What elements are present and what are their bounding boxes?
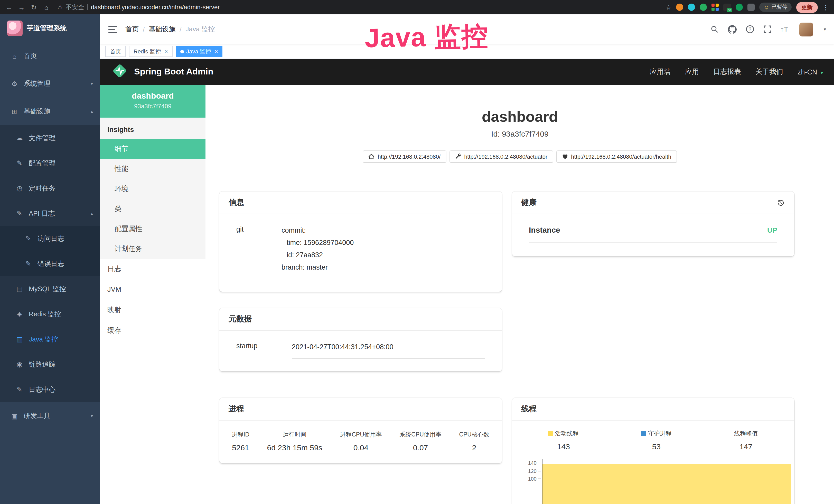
table-icon: ▤ [16, 285, 24, 293]
sba-logo-icon [111, 63, 128, 81]
breadcrumb-section[interactable]: 基础设施 [149, 25, 175, 34]
health-card: 健康 Instance UP [512, 191, 794, 256]
reload-icon[interactable]: ↻ [30, 3, 38, 11]
sidebar-item-mysql-monitor[interactable]: ▤ MySQL 监控 [0, 276, 100, 301]
status-badge: UP [767, 226, 777, 234]
nav-about[interactable]: 关于我们 [755, 67, 783, 76]
header-actions: ? TT ▾ [711, 22, 826, 36]
menu-item-jvm[interactable]: JVM [100, 279, 205, 300]
cloud-upload-icon: ☁ [16, 134, 24, 142]
instance-links: http://192.168.0.2:48080/ http://192.168… [205, 151, 834, 163]
app-logo [7, 21, 23, 36]
extensions-puzzle-icon[interactable] [748, 4, 755, 11]
sidebar-item-error-logs[interactable]: ✎ 错误日志 [0, 251, 100, 276]
home-icon [368, 154, 374, 160]
instance-link-root[interactable]: http://192.168.0.2:48080/ [363, 151, 446, 163]
stat-uptime: 运行时间 6d 23h 15m 59s [267, 431, 322, 452]
sidebar-item-log-center[interactable]: ✎ 日志中心 [0, 377, 100, 402]
history-icon[interactable] [777, 199, 785, 207]
home-icon[interactable]: ⌂ [42, 3, 50, 11]
menu-item-scheduled-tasks[interactable]: 计划任务 [100, 239, 205, 259]
caret-down-icon[interactable]: ▾ [824, 27, 826, 32]
sidebar-item-api-logs[interactable]: ✎ API 日志 ▴ [0, 201, 100, 226]
sidebar-item-system-management[interactable]: ⚙ 系统管理 ▾ [0, 70, 100, 97]
fullscreen-icon[interactable] [764, 25, 772, 33]
breadcrumb-home[interactable]: 首页 [125, 25, 139, 34]
bookmark-star-icon[interactable]: ☆ [665, 3, 672, 11]
active-dot [180, 49, 184, 53]
close-icon[interactable]: × [164, 48, 168, 54]
sidebar-item-file-management[interactable]: ☁ 文件管理 [0, 125, 100, 151]
sidebar-item-infrastructure[interactable]: ⊞ 基础设施 ▴ [0, 97, 100, 125]
hamburger-icon[interactable] [108, 25, 117, 33]
font-size-icon[interactable]: TT [781, 25, 790, 33]
instance-label: Instance [529, 225, 560, 234]
extension-icon[interactable] [700, 4, 707, 11]
instance-link-actuator[interactable]: http://192.168.0.2:48080/actuator [449, 151, 553, 163]
process-card: 进程 进程ID 5261 运行时间 [219, 398, 502, 463]
extension-icon[interactable] [688, 4, 695, 11]
tab-home[interactable]: 首页 [105, 46, 126, 57]
insights-group: Insights 细节 性能 环境 类 配置属性 计划任务 [100, 118, 205, 259]
smiley-icon: ☺ [764, 4, 769, 10]
insights-label: Insights [100, 118, 205, 139]
instance-header[interactable]: dashboard 93a3fc7f7409 [100, 85, 205, 118]
search-icon[interactable] [711, 25, 719, 33]
edit-icon: ✎ [16, 159, 24, 167]
menu-item-config-props[interactable]: 配置属性 [100, 219, 205, 239]
edit-icon: ✎ [24, 235, 32, 243]
paused-label: 已暂停 [771, 4, 788, 11]
close-icon[interactable]: × [215, 48, 218, 54]
tab-redis-monitor[interactable]: Redis 监控 × [129, 46, 172, 57]
menu-item-details[interactable]: 细节 [100, 139, 205, 159]
github-icon[interactable] [728, 25, 737, 33]
security-warning-icon: ⚠ [58, 4, 63, 10]
address-bar[interactable]: ⚠ 不安全 dashboard.yudao.iocoder.cn/infra/a… [58, 3, 220, 12]
extension-grid-icon[interactable] [712, 4, 719, 11]
tree-icon: ⊞ [10, 108, 19, 115]
instance-link-health[interactable]: http://192.168.0.2:48080/actuator/health [556, 151, 677, 163]
menu-item-environment[interactable]: 环境 [100, 179, 205, 199]
breadcrumb-current: Java 监控 [186, 25, 215, 34]
tab-java-monitor[interactable]: Java 监控 × [175, 46, 222, 57]
menu-item-logs[interactable]: 日志 [100, 259, 205, 279]
database-icon: ◈ [16, 310, 24, 318]
sidebar-item-scheduled-tasks[interactable]: ◷ 定时任务 [0, 176, 100, 201]
sidebar-item-trace[interactable]: ◉ 链路追踪 [0, 352, 100, 377]
sba-navbar: Spring Boot Admin 应用墙 应用 日志报表 关于我们 zh-CN… [100, 59, 834, 85]
menu-item-caches[interactable]: 缓存 [100, 320, 205, 341]
info-card: 信息 git commit: time: 1596289704000 [219, 191, 502, 292]
sidebar-item-config-management[interactable]: ✎ 配置管理 [0, 151, 100, 176]
sidebar-item-java-monitor[interactable]: ▥ Java 监控 [0, 327, 100, 352]
browser-menu-icon[interactable]: ⋮ [822, 3, 829, 11]
extension-icon[interactable] [676, 4, 683, 11]
process-stats: 进程ID 5261 运行时间 6d 23h 15m 59s [219, 420, 502, 463]
avatar[interactable] [799, 22, 813, 36]
heart-icon [562, 154, 568, 160]
sidebar-item-access-logs[interactable]: ✎ 访问日志 [0, 226, 100, 251]
locale-select[interactable]: zh-CN ▾ [797, 68, 823, 76]
nav-applications[interactable]: 应用 [685, 67, 699, 76]
sidebar-item-dev-tools[interactable]: ▣ 研发工具 ▾ [0, 402, 100, 430]
edit-icon: ✎ [16, 209, 24, 217]
extension-on-icon[interactable]: on [724, 3, 731, 11]
sidebar-item-redis-monitor[interactable]: ◈ Redis 监控 [0, 301, 100, 327]
nav-journal[interactable]: 日志报表 [713, 67, 741, 76]
edit-icon: ✎ [16, 386, 24, 393]
update-button[interactable]: 更新 [796, 2, 818, 13]
extension-icon[interactable] [736, 4, 743, 11]
help-icon[interactable]: ? [746, 25, 754, 33]
back-icon[interactable]: ← [5, 3, 13, 11]
menu-item-mappings[interactable]: 映射 [100, 300, 205, 320]
paused-badge[interactable]: ☺ 已暂停 [760, 3, 792, 12]
menu-item-performance[interactable]: 性能 [100, 159, 205, 179]
annotation-java-monitor: Java 监控 [365, 19, 489, 56]
sba-sidebar: dashboard 93a3fc7f7409 Insights 细节 性能 环境… [100, 85, 205, 504]
wrench-icon [455, 154, 461, 160]
sidebar-item-home[interactable]: ⌂ 首页 [0, 42, 100, 70]
menu-item-classes[interactable]: 类 [100, 199, 205, 219]
forward-icon[interactable]: → [18, 3, 26, 11]
chevron-down-icon: ▾ [91, 413, 93, 418]
nav-wall[interactable]: 应用墙 [650, 67, 671, 76]
briefcase-icon: ▣ [10, 412, 19, 420]
